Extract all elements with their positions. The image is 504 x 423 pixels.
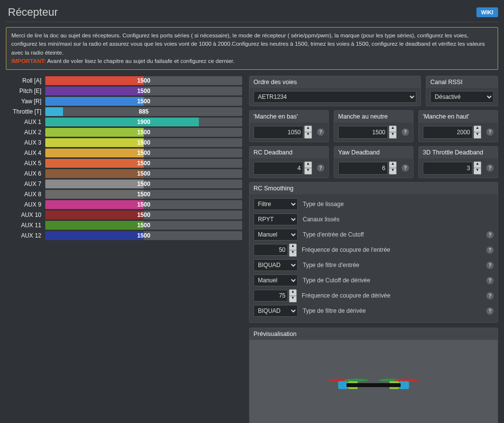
thr-deadband-input[interactable] xyxy=(423,162,472,175)
smoothing-label: Type de Cutoff de dérivée xyxy=(303,277,484,284)
help-icon[interactable]: ? xyxy=(486,277,494,284)
rssi-select[interactable]: Désactivé xyxy=(430,91,494,103)
channel-row: AUX 111500 xyxy=(6,220,242,230)
stick-mid-input[interactable] xyxy=(338,126,388,139)
channel-value: 1900 xyxy=(45,118,242,126)
smoothing-label: Type de filtre de dérivée xyxy=(303,307,484,314)
channel-order-select[interactable]: AETR1234 xyxy=(253,91,416,103)
help-icon[interactable]: ? xyxy=(486,307,494,315)
channel-bar: 1500 xyxy=(45,211,242,219)
rssi-title: Canal RSSI xyxy=(426,76,498,88)
smoothing-row: FiltreType de lissage xyxy=(253,197,494,211)
spinner-up-icon[interactable]: ▲ xyxy=(389,161,397,168)
channel-row: AUX 121500 xyxy=(6,231,242,240)
channel-bar: 1500 xyxy=(45,159,242,168)
wiki-button[interactable]: WIKI xyxy=(476,7,498,17)
channel-bar: 1500 xyxy=(45,138,242,147)
smoothing-select[interactable]: Manuel xyxy=(253,229,298,241)
spinner-down-icon[interactable]: ▼ xyxy=(473,132,481,139)
smoothing-select[interactable]: BIQUAD xyxy=(253,305,298,317)
help-icon[interactable]: ? xyxy=(486,292,494,300)
channel-label: AUX 4 xyxy=(6,150,45,156)
smoothing-select[interactable]: Filtre xyxy=(253,198,298,210)
channel-row: Roll [A]1500 xyxy=(6,76,242,85)
channel-value: 1500 xyxy=(45,97,242,106)
smoothing-input[interactable] xyxy=(253,244,288,256)
smoothing-label: Type d'entrée de Cutoff xyxy=(303,231,484,238)
channel-value: 1500 xyxy=(45,87,242,95)
channel-label: AUX 6 xyxy=(6,170,45,177)
warning-box: Merci de lire la doc au sujet des récept… xyxy=(6,27,498,70)
channel-label: AUX 2 xyxy=(6,129,45,136)
spinner-up-icon[interactable]: ▲ xyxy=(389,125,397,132)
spinner-down-icon[interactable]: ▼ xyxy=(389,168,397,175)
spinner-up-icon[interactable]: ▲ xyxy=(304,161,312,168)
channel-value: 1500 xyxy=(45,149,242,157)
smoothing-select[interactable]: RPYT xyxy=(253,213,298,225)
spinner-up-icon[interactable]: ▲ xyxy=(473,125,481,132)
channel-row: AUX 21500 xyxy=(6,127,242,137)
spinner-down-icon[interactable]: ▼ xyxy=(473,168,481,175)
channel-label: AUX 10 xyxy=(6,212,45,218)
spinner-down-icon[interactable]: ▼ xyxy=(304,132,312,139)
channel-row: AUX 81500 xyxy=(6,189,242,199)
channel-label: AUX 12 xyxy=(6,232,45,239)
channel-label: Pitch [E] xyxy=(6,88,45,94)
smoothing-label: Type de filtre d'entrée xyxy=(303,262,484,269)
smoothing-row: ManuelType de Cutoff de dérivée? xyxy=(253,273,494,287)
channel-row: AUX 31500 xyxy=(6,138,242,147)
channel-label: AUX 11 xyxy=(6,222,45,229)
channel-label: AUX 7 xyxy=(6,181,45,187)
channel-value: 1500 xyxy=(45,221,242,230)
help-icon[interactable]: ? xyxy=(402,164,409,172)
channel-value: 1500 xyxy=(45,128,242,137)
stick-high-title: 'Manche en haut' xyxy=(419,111,498,122)
smoothing-input[interactable] xyxy=(253,290,288,302)
smoothing-select[interactable]: Manuel xyxy=(253,274,298,286)
help-icon[interactable]: ? xyxy=(486,246,494,254)
spinner-down-icon[interactable]: ▼ xyxy=(304,168,312,175)
channel-label: Throttle [T] xyxy=(6,108,45,115)
spinner-down-icon[interactable]: ▼ xyxy=(389,132,397,139)
smoothing-row: BIQUADType de filtre de dérivée? xyxy=(253,304,494,318)
channel-bar: 1500 xyxy=(45,87,242,95)
help-icon[interactable]: ? xyxy=(486,128,494,136)
stick-high-input[interactable] xyxy=(423,126,472,139)
channel-label: Roll [A] xyxy=(6,77,45,84)
yaw-deadband-input[interactable] xyxy=(338,162,388,175)
channel-order-title: Ordre des voies xyxy=(250,76,420,88)
channel-row: Pitch [E]1500 xyxy=(6,86,242,95)
rc-deadband-input[interactable] xyxy=(253,162,303,175)
warning-text-1: Merci de lire la doc au sujet des récept… xyxy=(11,32,485,56)
spinner-up-icon[interactable]: ▲ xyxy=(289,289,297,296)
smoothing-title: RC Smoothing xyxy=(250,182,498,194)
channel-bar: 1500 xyxy=(45,180,242,188)
spinner-down-icon[interactable]: ▼ xyxy=(289,250,297,257)
channel-bar: 1500 xyxy=(45,190,242,199)
channel-label: AUX 9 xyxy=(6,201,45,208)
smoothing-select[interactable]: BIQUAD xyxy=(253,259,298,271)
channel-row: AUX 41500 xyxy=(6,148,242,157)
rc-deadband-title: RC Deadband xyxy=(250,147,328,158)
smoothing-row: RPYTCanaux lissés xyxy=(253,212,494,226)
channel-value: 1500 xyxy=(45,231,242,240)
channel-row: AUX 71500 xyxy=(6,179,242,188)
channel-bar: 1500 xyxy=(45,169,242,178)
stick-low-title: 'Manche en bas' xyxy=(250,111,328,122)
spinner-up-icon[interactable]: ▲ xyxy=(289,243,297,250)
page-title: Récepteur xyxy=(6,6,58,19)
spinner-up-icon[interactable]: ▲ xyxy=(473,161,481,168)
channel-row: AUX 11900 xyxy=(6,117,242,126)
stick-low-input[interactable] xyxy=(253,126,303,139)
spinner-down-icon[interactable]: ▼ xyxy=(289,296,297,302)
help-icon[interactable]: ? xyxy=(486,231,494,239)
help-icon[interactable]: ? xyxy=(402,128,409,136)
help-icon[interactable]: ? xyxy=(317,128,324,136)
model-preview[interactable] xyxy=(250,340,498,423)
help-icon[interactable]: ? xyxy=(486,164,494,172)
channel-value: 1500 xyxy=(45,200,242,209)
help-icon[interactable]: ? xyxy=(486,262,494,269)
spinner-up-icon[interactable]: ▲ xyxy=(304,125,312,132)
channel-label: AUX 3 xyxy=(6,139,45,146)
help-icon[interactable]: ? xyxy=(317,164,324,172)
